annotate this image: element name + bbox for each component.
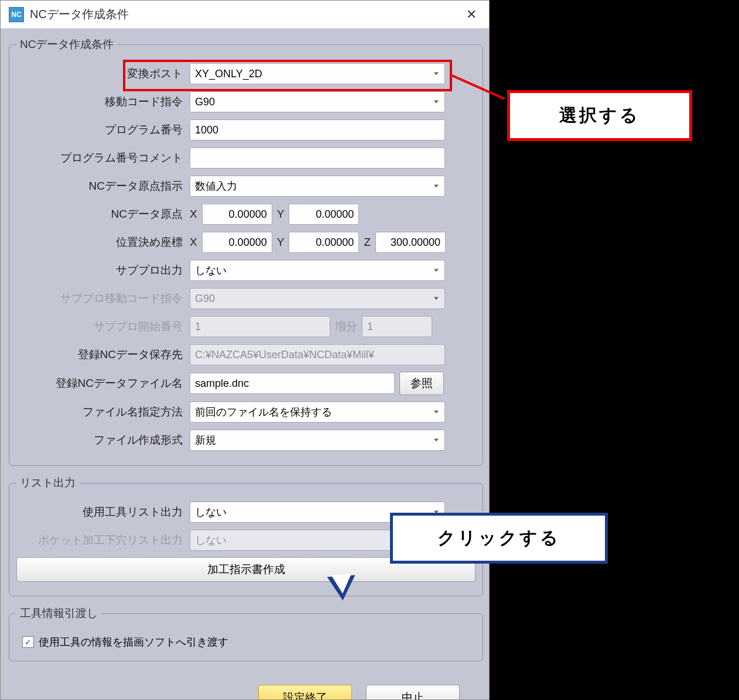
cancel-button[interactable]: 中止 xyxy=(366,685,460,699)
close-icon[interactable]: ✕ xyxy=(454,1,489,28)
program-number-input[interactable]: 1000 xyxy=(190,119,445,140)
subpro-output-combo[interactable]: しない xyxy=(190,260,445,281)
origin-instruction-combo[interactable]: 数値入力 xyxy=(190,176,445,197)
app-icon: NC xyxy=(9,7,24,22)
axis-x-label: X xyxy=(190,236,197,249)
pass-tool-info-label: 使用工具の情報を描画ソフトへ引き渡す xyxy=(39,635,228,649)
position-x-input[interactable]: 0.00000 xyxy=(202,232,272,253)
save-path-label: 登録NCデータ保存先 xyxy=(16,347,190,362)
ok-button[interactable]: 設定終了 xyxy=(258,685,352,699)
position-label: 位置決め座標 xyxy=(16,235,190,250)
move-code-combo[interactable]: G90 xyxy=(190,91,445,112)
callout-click: クリックする xyxy=(390,513,608,564)
origin-x-input[interactable]: 0.00000 xyxy=(202,204,272,225)
post-combo[interactable]: XY_ONLY_2D xyxy=(190,63,445,84)
group-list-output-legend: リスト出力 xyxy=(16,475,79,490)
subpro-move-label: サブプロ移動コード指令 xyxy=(16,291,190,306)
axis-y-label: Y xyxy=(277,236,285,249)
subpro-start-label: サブプロ開始番号 xyxy=(16,319,190,334)
file-method-combo[interactable]: 前回のファイル名を保持する xyxy=(190,402,445,423)
program-comment-input[interactable] xyxy=(190,147,445,169)
filename-input[interactable]: sample.dnc xyxy=(190,373,395,394)
connector-blue-tri-inner xyxy=(331,574,353,594)
subpro-start-input: 1 xyxy=(190,316,330,337)
file-method-label: ファイル名指定方法 xyxy=(16,404,190,420)
increment-input: 1 xyxy=(362,316,432,337)
origin-y-input[interactable]: 0.00000 xyxy=(289,204,359,225)
browse-button[interactable]: 参照 xyxy=(399,372,444,395)
group-tool-info-legend: 工具情報引渡し xyxy=(16,606,101,621)
group-tool-info: 工具情報引渡し ✓ 使用工具の情報を描画ソフトへ引き渡す xyxy=(9,606,483,661)
dialog-body: NCデータ作成条件 変換ポスト XY_ONLY_2D 移動コード指令 G90 プ… xyxy=(1,29,489,699)
window-title: NCデータ作成条件 xyxy=(30,6,454,22)
move-code-label: 移動コード指令 xyxy=(16,94,190,109)
axis-x-label: X xyxy=(190,208,197,221)
callout-select: 選択する xyxy=(507,90,692,141)
dialog-footer: 設定終了 中止 xyxy=(9,671,483,699)
file-form-combo[interactable]: 新規 xyxy=(190,430,445,451)
titlebar: NC NCデータ作成条件 ✕ xyxy=(1,1,489,29)
program-number-label: プログラム番号 xyxy=(16,122,190,138)
program-comment-label: プログラム番号コメント xyxy=(16,150,190,166)
group-nc-conditions: NCデータ作成条件 変換ポスト XY_ONLY_2D 移動コード指令 G90 プ… xyxy=(9,37,483,466)
dialog-window: NC NCデータ作成条件 ✕ NCデータ作成条件 変換ポスト XY_ONLY_2… xyxy=(0,0,490,700)
group-nc-conditions-legend: NCデータ作成条件 xyxy=(16,37,117,52)
save-path-display: C:¥NAZCA5¥UserData¥NCData¥Mill¥ xyxy=(190,344,445,365)
pass-tool-info-checkbox[interactable]: ✓ xyxy=(22,636,34,648)
position-y-input[interactable]: 0.00000 xyxy=(289,232,359,253)
filename-label: 登録NCデータファイル名 xyxy=(16,376,190,391)
post-label: 変換ポスト xyxy=(16,66,190,81)
tool-list-label: 使用工具リスト出力 xyxy=(16,505,190,520)
subpro-move-combo: G90 xyxy=(190,288,445,309)
file-form-label: ファイル作成形式 xyxy=(16,433,190,448)
origin-instruction-label: NCデータ原点指示 xyxy=(16,179,190,194)
origin-label: NCデータ原点 xyxy=(16,207,190,222)
axis-z-label: Z xyxy=(364,236,371,249)
axis-y-label: Y xyxy=(277,208,285,221)
position-z-input[interactable]: 300.00000 xyxy=(375,232,446,253)
increment-label: 増分 xyxy=(335,319,357,334)
pocket-list-label: ポケット加工下穴リスト出力 xyxy=(16,533,190,548)
subpro-output-label: サブプロ出力 xyxy=(16,263,190,278)
